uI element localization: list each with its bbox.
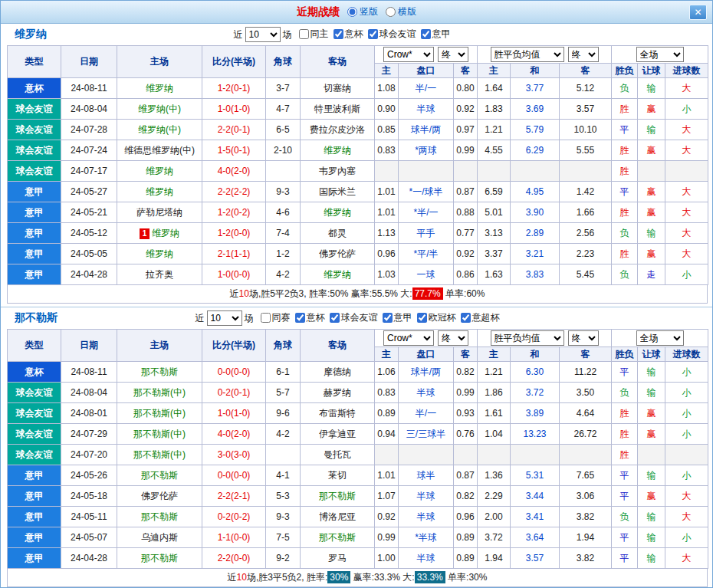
cell-score[interactable]: 1-1(0-0) xyxy=(202,527,266,548)
filter-checkbox[interactable] xyxy=(334,29,343,39)
cell-away-team[interactable]: 维罗纳 xyxy=(301,264,375,285)
cell-away-team[interactable]: 佛罗伦萨 xyxy=(301,244,375,264)
cell-home-team[interactable]: 维罗纳 xyxy=(117,78,202,99)
cell-score[interactable]: 2-2(2-1) xyxy=(202,486,266,507)
filter-checkbox[interactable] xyxy=(330,313,340,323)
cell-home-team[interactable]: 维罗纳(中) xyxy=(117,120,202,140)
cell-away-team[interactable]: 特里波利斯 xyxy=(301,99,375,120)
avg-final-select[interactable]: 终 xyxy=(568,330,599,346)
cell-away-team[interactable]: 布雷斯特 xyxy=(301,403,375,424)
cell-home-team[interactable]: 维罗纳 xyxy=(117,161,202,182)
filter-checkbox[interactable] xyxy=(299,29,309,39)
cell-away-team[interactable]: 摩德纳 xyxy=(301,362,375,383)
cell-home-team[interactable]: 乌迪内斯 xyxy=(117,527,202,548)
filter-option[interactable]: 球会友谊 xyxy=(330,311,378,324)
match-count-select[interactable]: 10 xyxy=(245,27,281,42)
cell-away-team[interactable]: 维罗纳 xyxy=(301,202,375,223)
cell-home-team[interactable]: 维罗纳 xyxy=(117,182,202,202)
cell-away-team[interactable]: 莱切 xyxy=(301,465,375,486)
odds-company-select[interactable]: Crow* xyxy=(383,47,434,62)
cell-score[interactable]: 1-0(0-0) xyxy=(202,264,266,285)
cell-home-team[interactable]: 佛罗伦萨 xyxy=(117,486,202,507)
filter-checkbox[interactable] xyxy=(295,313,305,323)
cell-away-team[interactable]: 切塞纳 xyxy=(301,78,375,99)
cell-score[interactable]: 0-2(0-2) xyxy=(202,507,266,527)
cell-score[interactable]: 1-0(1-0) xyxy=(202,99,266,120)
cell-home-team[interactable]: 萨勒尼塔纳 xyxy=(117,202,202,223)
odds-company-select[interactable]: Crow* xyxy=(383,330,434,346)
cell-corners: 9-3 xyxy=(266,182,301,202)
close-button[interactable]: ✕ xyxy=(689,5,707,20)
cell-score[interactable]: 3-0(3-0) xyxy=(202,445,266,465)
filter-option[interactable]: 同赛 xyxy=(261,311,291,324)
filter-option[interactable]: 意超杯 xyxy=(461,311,500,324)
cell-home-team[interactable]: 那不勒斯(中) xyxy=(117,383,202,403)
cell-avg-away: 10.10 xyxy=(560,120,612,140)
cell-score[interactable]: 1-5(0-1) xyxy=(202,140,266,161)
cell-score[interactable]: 0-0(0-0) xyxy=(202,465,266,486)
cell-score[interactable]: 1-0(1-0) xyxy=(202,403,266,424)
cell-home-team[interactable]: 那不勒斯 xyxy=(117,465,202,486)
cell-away-team[interactable]: 曼托瓦 xyxy=(301,445,375,465)
avg-final-select[interactable]: 终 xyxy=(568,47,599,62)
layout-option-horizontal[interactable]: 横版 xyxy=(386,5,416,18)
scope-select[interactable]: 全场 xyxy=(636,330,684,346)
filter-option[interactable]: 欧冠杯 xyxy=(417,311,456,324)
cell-away-team[interactable]: 伊拿迪亚 xyxy=(301,424,375,445)
cell-away-team[interactable]: 罗马 xyxy=(301,548,375,569)
cell-away-team[interactable]: 都灵 xyxy=(301,223,375,244)
cell-home-team[interactable]: 维罗纳 xyxy=(117,244,202,264)
cell-away-team[interactable]: 韦罗內塞 xyxy=(301,161,375,182)
cell-home-team[interactable]: 1维罗纳 xyxy=(117,223,202,244)
cell-score[interactable]: 2-2(0-0) xyxy=(202,548,266,569)
cell-home-team[interactable]: 那不勒斯(中) xyxy=(117,403,202,424)
cell-home-team[interactable]: 拉齐奥 xyxy=(117,264,202,285)
vertical-radio[interactable] xyxy=(347,7,357,17)
cell-score[interactable]: 0-2(0-1) xyxy=(202,383,266,403)
scope-select[interactable]: 全场 xyxy=(636,47,684,62)
filter-checkbox[interactable] xyxy=(368,29,378,39)
cell-score[interactable]: 2-1(1-1) xyxy=(202,244,266,264)
odds-final-select[interactable]: 终 xyxy=(438,330,468,346)
cell-score[interactable]: 1-2(0-2) xyxy=(202,202,266,223)
avg-type-select[interactable]: 胜平负均值 xyxy=(491,47,564,62)
cell-home-team[interactable]: 维德思维罗纳(中) xyxy=(117,140,202,161)
cell-away-team[interactable]: 那不勒斯 xyxy=(301,527,375,548)
cell-home-team[interactable]: 那不勒斯 xyxy=(117,507,202,527)
odds-final-select[interactable]: 终 xyxy=(438,47,468,62)
filter-checkbox[interactable] xyxy=(461,313,471,323)
avg-type-select[interactable]: 胜平负均值 xyxy=(491,330,564,346)
filter-checkbox[interactable] xyxy=(261,313,271,323)
horizontal-radio[interactable] xyxy=(386,7,396,17)
match-count-select[interactable]: 10 xyxy=(207,310,242,326)
cell-score[interactable]: 2-2(2-2) xyxy=(202,182,266,202)
filter-checkbox[interactable] xyxy=(417,313,427,323)
filter-option[interactable]: 球会友谊 xyxy=(368,28,416,41)
cell-score[interactable]: 2-2(0-1) xyxy=(202,120,266,140)
cell-date: 24-08-04 xyxy=(61,383,117,403)
cell-home-team[interactable]: 那不勒斯 xyxy=(117,362,202,383)
cell-away-team[interactable]: 赫罗纳 xyxy=(301,383,375,403)
cell-away-team[interactable]: 国际米兰 xyxy=(301,182,375,202)
cell-score[interactable]: 4-0(2-0) xyxy=(202,161,266,182)
layout-option-vertical[interactable]: 竖版 xyxy=(347,5,378,18)
cell-score[interactable]: 0-0(0-0) xyxy=(202,362,266,383)
cell-away-team[interactable]: 博洛尼亚 xyxy=(301,507,375,527)
cell-away-team[interactable]: 费拉尔皮沙洛 xyxy=(301,120,375,140)
cell-away-team[interactable]: 那不勒斯 xyxy=(301,486,375,507)
cell-score[interactable]: 4-0(2-0) xyxy=(202,424,266,445)
cell-home-team[interactable]: 维罗纳(中) xyxy=(117,99,202,120)
filter-option[interactable]: 意杯 xyxy=(334,28,363,41)
filter-option[interactable]: 意杯 xyxy=(295,311,325,324)
cell-home-team[interactable]: 那不勒斯(中) xyxy=(117,424,202,445)
cell-home-team[interactable]: 那不勒斯 xyxy=(117,548,202,569)
filter-checkbox[interactable] xyxy=(421,29,431,39)
filter-option[interactable]: 意甲 xyxy=(383,311,412,324)
filter-checkbox[interactable] xyxy=(383,313,393,323)
cell-score[interactable]: 1-2(0-0) xyxy=(202,223,266,244)
cell-home-team[interactable]: 那不勒斯(中) xyxy=(117,445,202,465)
cell-away-team[interactable]: 维罗纳 xyxy=(301,140,375,161)
cell-score[interactable]: 1-2(0-1) xyxy=(202,78,266,99)
filter-option[interactable]: 意甲 xyxy=(421,28,451,41)
filter-option[interactable]: 同主 xyxy=(299,28,329,41)
